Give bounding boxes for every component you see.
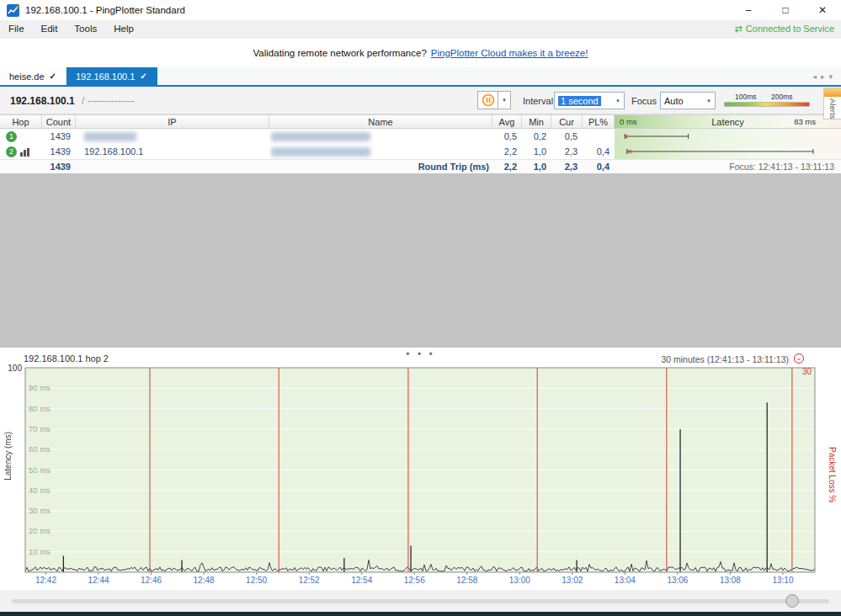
svg-text:30 ms: 30 ms	[29, 506, 51, 515]
min-cell: 0,2	[522, 129, 551, 144]
menu-help[interactable]: Help	[105, 20, 142, 37]
latency-range-cell: ×	[615, 129, 841, 144]
svg-text:×: ×	[627, 147, 632, 157]
min-cell: 1,0	[522, 160, 551, 173]
spacer	[0, 160, 42, 173]
interval-select[interactable]: 1 second ▼	[554, 92, 625, 109]
redacted-name	[271, 132, 370, 141]
spacer	[76, 160, 269, 173]
tab-label: 192.168.100.1	[76, 72, 135, 82]
scrollbar-track[interactable]	[12, 599, 829, 603]
svg-text:12:54: 12:54	[351, 576, 372, 585]
table-row-hop-2[interactable]: 2 1439 192.168.100.1 2,2 1,0 2,3 0,4 ×	[0, 144, 841, 159]
tab-scroll-left-icon: ◂	[812, 72, 821, 81]
pl-cell: 0,4	[583, 160, 615, 173]
connected-icon: ⇄	[735, 24, 743, 35]
minimize-button[interactable]: –	[730, 0, 767, 20]
title-bar: 192.168.100.1 - PingPlotter Standard – □…	[0, 0, 841, 20]
tab-192-168-100-1[interactable]: 192.168.100.1 ✓	[67, 67, 157, 85]
empty-panel-area	[0, 173, 841, 348]
header-count[interactable]: Count	[42, 115, 76, 128]
menu-tools[interactable]: Tools	[66, 20, 105, 37]
trace-running-check-icon: ✓	[50, 72, 56, 81]
pause-dropdown-button[interactable]: ▼	[498, 91, 511, 109]
name-cell	[269, 129, 492, 144]
window-title: 192.168.100.1 - PingPlotter Standard	[25, 5, 185, 15]
promo-link[interactable]: PingPlotter Cloud makes it a breeze!	[431, 48, 588, 58]
svg-text:60 ms: 60 ms	[29, 444, 51, 454]
svg-text:13:04: 13:04	[615, 576, 636, 585]
header-name[interactable]: Name	[269, 115, 492, 128]
timeline-chart[interactable]: 10 ms20 ms30 ms40 ms50 ms60 ms70 ms80 ms…	[0, 348, 841, 590]
tab-heise-de[interactable]: heise.de ✓	[0, 67, 67, 85]
latency-scale-max: 83 ms	[794, 117, 816, 126]
svg-text:×: ×	[623, 132, 628, 141]
window-bottom-edge	[0, 612, 841, 616]
timeline-collapse-icon[interactable]: ⌄	[794, 353, 804, 364]
count-cell: 1439	[42, 160, 76, 173]
svg-text:12:58: 12:58	[456, 576, 477, 585]
svg-text:30: 30	[802, 367, 812, 376]
latency-range-cell: ×	[615, 144, 841, 159]
focus-range-label: Focus: 12:41:13 - 13:11:13	[615, 160, 841, 173]
ip-cell: 192.168.100.1	[76, 144, 269, 159]
menu-file[interactable]: File	[0, 20, 33, 37]
promo-text: Validating remote network performance?	[253, 48, 427, 58]
header-min[interactable]: Min	[522, 115, 551, 128]
graphed-hop-icon	[20, 147, 29, 157]
round-trip-label: Round Trip (ms)	[269, 160, 492, 173]
maximize-button[interactable]: □	[767, 0, 804, 20]
hop-cell: 1	[0, 129, 42, 144]
hop-cell: 2	[0, 144, 42, 159]
round-trip-row: 1439 Round Trip (ms) 2,2 1,0 2,3 0,4 Foc…	[0, 159, 841, 173]
header-ip[interactable]: IP	[76, 115, 269, 128]
menu-edit[interactable]: Edit	[33, 20, 67, 37]
pause-icon	[482, 93, 495, 107]
svg-text:12:52: 12:52	[299, 576, 320, 585]
table-header-row: Hop Count IP Name Avg Min Cur PL% 0 ms L…	[0, 114, 841, 129]
avg-cell: 0,5	[492, 129, 522, 144]
svg-text:90 ms: 90 ms	[29, 383, 51, 392]
scrollbar-thumb[interactable]	[785, 594, 799, 608]
avg-cell: 2,2	[492, 160, 522, 173]
latency-range-graph: ×	[615, 144, 841, 159]
connection-status[interactable]: ⇄ Connected to Service	[735, 24, 834, 35]
latency-scale-min: 0 ms	[620, 117, 637, 126]
latency-gradient-bar	[724, 102, 810, 107]
chevron-down-icon: ▼	[615, 98, 620, 104]
svg-text:80 ms: 80 ms	[29, 404, 51, 413]
name-cell	[269, 144, 492, 159]
header-pl[interactable]: PL%	[583, 115, 615, 128]
svg-text:12:42: 12:42	[35, 576, 56, 585]
header-avg[interactable]: Avg	[492, 115, 522, 128]
timeline-range-label[interactable]: 30 minutes (12:41:13 - 13:11:13)	[661, 354, 789, 364]
target-name-placeholder: / --------------	[82, 95, 135, 107]
focus-select[interactable]: Auto ▼	[660, 92, 716, 109]
header-cur[interactable]: Cur	[551, 115, 583, 128]
alerts-indicator	[824, 88, 841, 97]
pl-cell: 0,4	[583, 144, 615, 159]
chevron-down-icon: ▼	[706, 98, 711, 104]
table-row-hop-1[interactable]: 1 1439 0,5 0,2 0,5 ×	[0, 129, 841, 144]
header-hop[interactable]: Hop	[0, 115, 42, 128]
tab-label: heise.de	[9, 72, 45, 82]
chevron-down-icon: ▼	[502, 98, 507, 103]
close-button[interactable]: ✕	[804, 0, 841, 20]
pause-button[interactable]	[477, 91, 498, 109]
svg-text:12:44: 12:44	[88, 576, 109, 585]
tab-scroll-controls[interactable]: ◂▸▾	[812, 72, 837, 81]
header-latency[interactable]: 0 ms Latency 83 ms	[615, 115, 841, 128]
connection-status-label: Connected to Service	[746, 24, 834, 34]
redacted-ip	[84, 132, 136, 141]
app-icon	[7, 4, 19, 17]
svg-text:13:06: 13:06	[667, 576, 688, 585]
svg-text:100: 100	[8, 364, 22, 373]
alerts-side-tab[interactable]: Alerts	[823, 88, 841, 119]
y-axis-right-label: Packet Loss %	[828, 447, 837, 502]
y-axis-left-label: Latency (ms)	[3, 432, 13, 481]
svg-text:10 ms: 10 ms	[29, 547, 51, 556]
avg-cell: 2,2	[492, 144, 522, 159]
trace-toolbar: 192.168.100.1 / -------------- ▼ Interva…	[0, 87, 841, 114]
count-cell: 1439	[42, 144, 76, 159]
legend-100ms-label: 100ms	[735, 93, 757, 101]
